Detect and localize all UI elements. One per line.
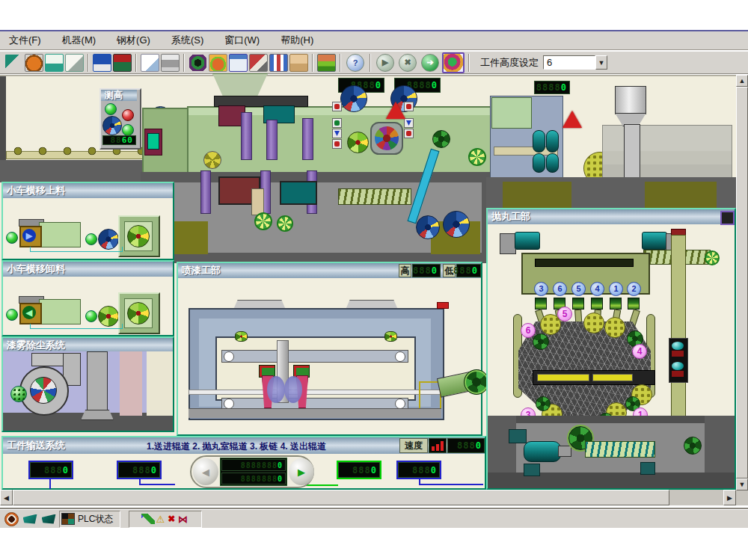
pit-block-2 — [524, 464, 540, 476]
scada-window: 文件(F) 机器(M) 钢材(G) 系统(S) 窗口(W) 帮助(H) ? ▶ … — [0, 0, 748, 560]
calculator-icon[interactable] — [249, 54, 268, 72]
pit-screw-conveyor — [338, 188, 411, 205]
spray-high-display: 8880 — [412, 264, 441, 277]
booth-roller-bl — [224, 399, 234, 409]
shot-valve-4[interactable] — [591, 298, 603, 310]
warning-triangle-cabinet-icon — [562, 111, 582, 128]
transport-display-2: 8880 — [117, 461, 162, 479]
machine-button-3[interactable] — [332, 118, 342, 128]
menu-machine[interactable]: 机器(M) — [62, 34, 96, 47]
monitor-mail-icon[interactable] — [93, 54, 111, 72]
calendar-icon[interactable] — [229, 54, 248, 72]
rail-gear-icon — [203, 151, 221, 169]
booth-roller-br — [395, 399, 405, 409]
status-warning-icon[interactable]: ⚠ — [156, 514, 165, 525]
machine-button-4[interactable] — [332, 129, 342, 138]
status-cross-icon[interactable]: ✖ — [168, 514, 175, 524]
h-scroll-left-button[interactable]: ◀ — [0, 490, 13, 505]
menu-file[interactable]: 文件(F) — [9, 34, 41, 47]
machine-button-6[interactable] — [404, 118, 414, 128]
machine-button-7[interactable] — [404, 129, 414, 138]
status-bowtie-icon[interactable]: ⋈ — [178, 514, 188, 525]
print-icon[interactable] — [161, 54, 180, 72]
blast-rotor-3 — [536, 396, 551, 411]
mist-column-base — [81, 410, 114, 420]
plc-status-cell: PLC状态 — [59, 511, 120, 528]
transport-display-3: 8880 — [337, 461, 381, 479]
h-scrollbar-thumb[interactable] — [13, 490, 669, 505]
elevator-band-2 — [672, 371, 684, 377]
h-scroll-right-button[interactable]: ▶ — [723, 490, 736, 505]
menu-help[interactable]: 帮助(H) — [280, 34, 313, 47]
gas-tank-3 — [533, 153, 545, 173]
cart-unload-light-1 — [6, 309, 18, 321]
booth-spray-cloud-1 — [267, 376, 285, 403]
height-setting-label: 工件高度设定 — [480, 56, 539, 70]
shot-valve-6[interactable] — [628, 298, 640, 310]
machine-display-aux: 88880 — [534, 81, 570, 94]
machine-button-5[interactable] — [332, 139, 342, 149]
pit-nozzle — [251, 188, 264, 215]
panel-blast-corner-icon[interactable] — [720, 211, 735, 225]
home-icon[interactable] — [289, 54, 308, 72]
gauge-icon[interactable] — [188, 54, 207, 72]
status-target-icon[interactable] — [3, 512, 19, 526]
help-button[interactable]: ? — [346, 54, 364, 72]
hopper-number-1: 3 — [534, 282, 548, 296]
menu-window[interactable]: 窗口(W) — [224, 34, 260, 47]
shot-valve-3[interactable] — [572, 298, 584, 310]
pit-machinery-2 — [280, 181, 317, 205]
status-brush-icon[interactable] — [141, 514, 155, 524]
blast-gearbox-left — [500, 233, 516, 254]
menu-bar: 文件(F) 机器(M) 钢材(G) 系统(S) 窗口(W) 帮助(H) — [0, 31, 748, 50]
measure-fan-icon — [102, 116, 122, 135]
status-flag1-icon[interactable] — [22, 512, 38, 526]
palette-button[interactable] — [442, 52, 465, 73]
v-scroll-up-button[interactable]: ▲ — [736, 75, 748, 87]
pit-block-3 — [640, 462, 655, 475]
measure-display: 8860 — [102, 135, 136, 145]
monitor-sync-icon[interactable] — [113, 54, 132, 72]
wire-d4-h — [419, 484, 483, 485]
jog-right-button[interactable]: ▶ — [289, 458, 314, 485]
columns-icon[interactable] — [269, 54, 288, 72]
terrain-icon[interactable] — [317, 54, 336, 72]
print-preview-icon[interactable] — [141, 54, 159, 72]
green-fan-icon — [347, 132, 369, 153]
spray-gun-1 — [241, 112, 252, 160]
mist-pink-column — [120, 351, 142, 416]
machine-layout-icon[interactable] — [4, 54, 23, 72]
status-flag2-icon[interactable] — [40, 512, 57, 526]
go-button[interactable]: ➔ — [421, 54, 439, 72]
speed-display: 8880 — [447, 438, 485, 453]
play-button[interactable]: ▶ — [376, 54, 394, 72]
alarm-icon[interactable] — [25, 54, 43, 72]
v-scrollbar-thumb[interactable] — [736, 87, 748, 479]
shot-valve-1[interactable] — [535, 298, 547, 310]
pen-jar-icon[interactable] — [65, 54, 84, 72]
plc-status-label: PLC状态 — [78, 513, 113, 526]
booth-spray-cloud-2 — [284, 376, 302, 403]
jog-left-button[interactable]: ◀ — [193, 458, 218, 485]
shot-valve-5[interactable] — [610, 298, 622, 310]
report-icon[interactable] — [45, 54, 64, 72]
fruit-icon[interactable] — [209, 54, 227, 72]
wheel-badge-4: 4 — [632, 344, 647, 359]
height-setting-combo[interactable]: 6 — [543, 55, 595, 70]
cart-load-wire — [30, 247, 123, 252]
v-scroll-down-button[interactable]: ▼ — [736, 479, 748, 490]
booth-roller-tr — [395, 351, 405, 362]
mist-column — [87, 351, 108, 413]
stop-button[interactable]: ✖ — [399, 54, 417, 72]
menu-steel[interactable]: 钢材(G) — [117, 34, 150, 47]
height-combo-dropdown[interactable]: ▼ — [595, 55, 607, 70]
panel-cart-load-title: 小车横移上料 — [3, 183, 173, 198]
status-bar: PLC状态 ⚠ ✖ ⋈ — [0, 509, 748, 528]
pit-fan-1-icon — [416, 215, 440, 239]
cart-load-light-2 — [85, 233, 97, 245]
spray-gun-2 — [266, 120, 278, 160]
machine-button-1[interactable] — [332, 102, 342, 111]
menu-system[interactable]: 系统(S) — [171, 34, 203, 47]
blast-motor-right — [642, 232, 667, 250]
pit-motor — [524, 441, 561, 462]
